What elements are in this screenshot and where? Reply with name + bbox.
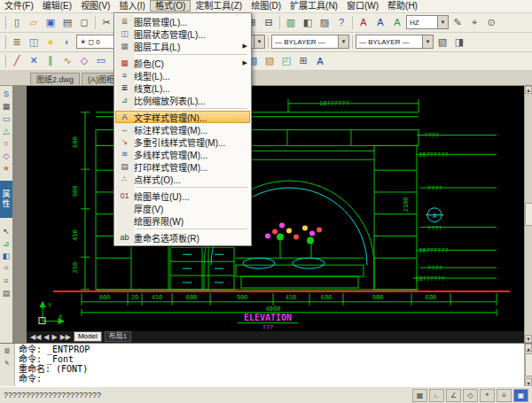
find-icon[interactable]: ⌖ [466, 15, 482, 30]
format-menu-item[interactable]: ▦颜色(C)▶ [115, 57, 250, 69]
toolbar-grip[interactable] [4, 35, 6, 49]
command-history[interactable]: 命令: _ENTPROP命令: _Font重命名: (FONT)命令: [15, 344, 524, 387]
format-menu-item[interactable]: ≡线型(L)... [115, 69, 250, 81]
new-file-icon[interactable]: ▯ [9, 15, 25, 30]
format-menu-item[interactable]: ∴点样式(O)... [115, 173, 250, 185]
mtext-icon[interactable]: A [312, 53, 328, 68]
rect-tool-icon[interactable]: ▭ [1, 112, 12, 124]
rectangle-icon[interactable]: ▭ [93, 53, 109, 68]
app-logo-icon[interactable]: S [1, 88, 12, 99]
region-icon[interactable]: ◰ [278, 53, 294, 68]
layout-tab[interactable]: Model [74, 331, 102, 342]
osnap-toggle-icon[interactable]: ◇ [463, 389, 478, 402]
drawing-canvas[interactable]: 18??????????????18??????????????18??????… [27, 86, 524, 342]
open-file-icon[interactable]: ▱ [26, 15, 42, 30]
scroll-down-icon[interactable]: ▼ [525, 335, 532, 343]
zoom-previous-icon[interactable]: ⊟ [261, 15, 277, 30]
help-icon[interactable]: ? [333, 15, 349, 30]
circle-tool-icon[interactable]: ○ [1, 137, 12, 149]
polyline-icon[interactable]: ∿ [59, 53, 75, 68]
chevron-down-icon[interactable]: ▼ [254, 35, 264, 48]
layout-nav-icon[interactable]: ▶ [51, 333, 57, 341]
polar-toggle-icon[interactable]: ∠ [446, 389, 461, 402]
format-menu-item[interactable]: ↔标注样式管理(M)... [115, 123, 250, 136]
format-menu-item[interactable]: ↘多重引线样式管理(M)... [115, 136, 250, 148]
move-tool-icon[interactable]: ↖ [1, 225, 12, 236]
menu-item[interactable]: 绘图(D) [246, 0, 286, 12]
layout-nav-icon[interactable]: ◀◀ [30, 333, 41, 341]
plot-preview-icon[interactable]: ◻ [76, 15, 92, 30]
table-icon[interactable]: ⊞ [295, 53, 311, 68]
menu-item[interactable]: 编辑(E) [38, 0, 76, 12]
menu-item[interactable]: 格式(O) [150, 0, 191, 12]
menu-item[interactable]: 定制工具(Z) [191, 0, 246, 12]
mline-icon[interactable]: ∥ [43, 53, 59, 68]
layout-nav-icon[interactable]: ◀ [43, 333, 49, 341]
text-style-a1-icon[interactable]: A [356, 15, 372, 30]
layers-tool-icon[interactable]: ≡ [1, 275, 12, 286]
scroll-up-icon[interactable]: ▲ [525, 86, 532, 94]
properties-icon[interactable]: ▥ [283, 15, 299, 30]
save-icon[interactable]: ▣ [43, 15, 59, 30]
layer-states-icon[interactable]: ◫ [26, 35, 42, 50]
scrollbar-thumb[interactable] [525, 353, 532, 376]
format-menu-item[interactable]: 厚度(V) [115, 202, 250, 214]
menu-item[interactable]: 帮助(H) [383, 0, 422, 12]
design-center-icon[interactable]: ◧ [300, 15, 316, 30]
properties-panel-tab[interactable]: 属性 [0, 181, 13, 218]
text-style-a2-icon[interactable]: A [372, 15, 388, 30]
line-icon[interactable]: ╱ [9, 53, 25, 68]
format-menu-item[interactable]: ≣线宽(L)... [115, 81, 250, 94]
format-menu-item[interactable]: ab重命名选项板(R) [115, 231, 250, 244]
toolbar-grip[interactable] [4, 54, 6, 67]
canvas-vertical-scrollbar[interactable]: ▲ ▼ [524, 86, 532, 342]
layout-tab[interactable]: 布局1 [105, 331, 131, 342]
menu-item[interactable]: 文件(F) [0, 0, 38, 12]
menu-item[interactable]: 窗口(W) [342, 0, 383, 12]
cut-icon[interactable]: ✂ [98, 15, 114, 30]
snap-grid-icon[interactable]: ▦ [1, 100, 12, 112]
format-menu-item[interactable]: 绘图界限(W) [115, 214, 250, 227]
otrack-toggle-icon[interactable]: ⌖ [480, 389, 495, 402]
text-style-combo[interactable]: HZ▼ [406, 15, 449, 29]
format-menu-item[interactable]: ▤打印样式管理(M)... [115, 160, 250, 173]
format-menu-item[interactable]: ◫图层状态管理(L)... [115, 27, 250, 40]
command-history-icon[interactable]: ▤ [2, 345, 12, 356]
document-tab[interactable]: 图纸2.dwg [30, 73, 80, 85]
scroll-down-icon[interactable]: ▼ [525, 378, 532, 386]
chevron-down-icon[interactable]: ▼ [437, 16, 448, 28]
plot-icon[interactable]: ▤ [59, 15, 75, 30]
sheet-tool-icon[interactable]: ▤ [1, 287, 12, 298]
snap-toggle-icon[interactable]: ▦ [412, 389, 427, 402]
scrollbar-thumb[interactable] [525, 203, 532, 226]
chevron-down-icon[interactable]: ▼ [338, 35, 348, 48]
plot-style-icon[interactable]: ▧ [434, 35, 450, 50]
linetype-combo[interactable]: — BYLAYER —▼ [271, 35, 349, 49]
format-menu-item[interactable]: ≣图层管理(L)... [115, 15, 250, 27]
toolbar-grip[interactable] [4, 16, 6, 29]
ortho-toggle-icon[interactable]: ∟ [429, 389, 444, 402]
lineweight-combo[interactable]: — BYLAYER —▼ [356, 35, 434, 49]
format-menu-item[interactable]: 01绘图单位(U)... [115, 190, 250, 202]
layer-bulb-icon[interactable]: ● [43, 35, 59, 50]
command-edit-icon[interactable]: ✎ [2, 358, 12, 368]
gradient-icon[interactable]: ▧ [262, 53, 278, 68]
format-menu-item[interactable]: ▦图层工具(L)▶ [115, 40, 250, 52]
scroll-up-icon[interactable]: ▲ [525, 344, 532, 352]
measure-tool-icon[interactable]: ⊿ [1, 237, 12, 249]
triangle-tool-icon[interactable]: △ [1, 125, 12, 136]
menu-item[interactable]: 视图(V) [76, 0, 114, 12]
lineweight-toggle-icon[interactable]: ≡ [497, 389, 512, 402]
edit-text-icon[interactable]: ✎ [450, 15, 466, 30]
command-scrollbar[interactable]: ▲ ▼ [524, 344, 532, 387]
xline-icon[interactable]: ✕ [26, 53, 42, 68]
hatch-tool-icon[interactable]: ⌗ [1, 262, 12, 274]
toggle-width-icon[interactable]: ◨ [451, 35, 467, 50]
tool-palettes-icon[interactable]: ▨ [317, 15, 332, 30]
chevron-down-icon[interactable]: ▼ [422, 35, 433, 48]
diamond-tool-icon[interactable]: ◇ [1, 150, 12, 161]
text-style-a3-icon[interactable]: A [389, 15, 405, 30]
layer-freeze-icon[interactable]: ◐ [59, 35, 75, 50]
layer-manager-icon[interactable]: ≣ [9, 35, 25, 50]
polygon-icon[interactable]: ◇ [76, 53, 92, 68]
